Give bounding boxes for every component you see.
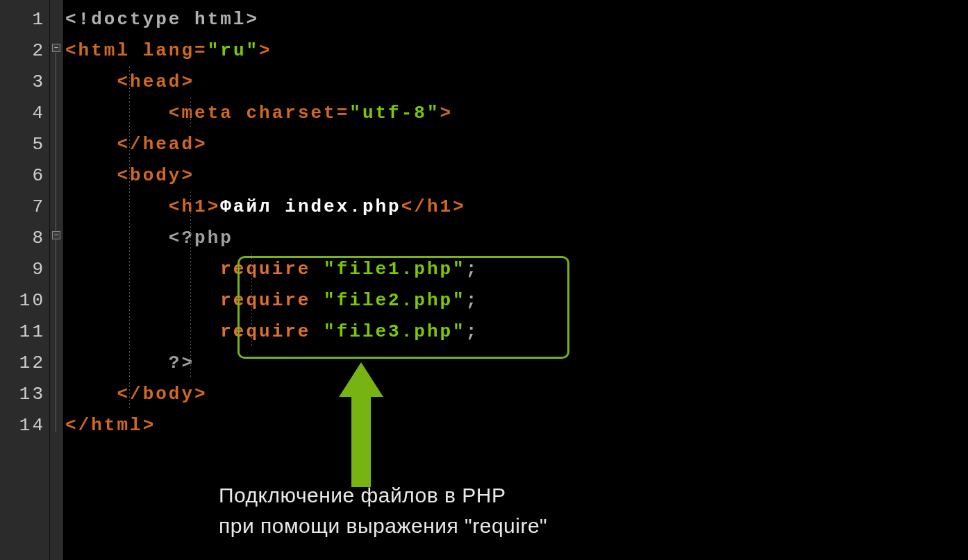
code-area[interactable]: <!doctype html> <html lang="ru"> <head> … [62,0,968,560]
code-line: <!doctype html> [65,4,968,35]
code-line: <h1>Файл index.php</h1> [65,192,968,223]
line-number: 4 [0,98,49,129]
code-line: <meta charset="utf-8"> [65,98,968,129]
line-number: 2 [0,35,49,67]
line-number: 7 [0,192,49,223]
caption-line: при помощи выражения "require" [219,511,547,541]
fold-column: − − [50,0,62,560]
code-line: <head> [65,67,968,98]
code-line: require "file3.php"; [65,316,968,348]
line-number: 5 [0,129,49,160]
caption-line: Подключение файлов в PHP [219,480,547,511]
line-number: 8 [0,223,49,254]
line-number: 14 [0,410,49,441]
line-number-gutter: 1 2 3 4 5 6 7 8 9 10 11 12 13 14 [0,0,50,560]
code-line: <html lang="ru"> [65,35,968,67]
line-number: 9 [0,254,49,285]
code-line: require "file2.php"; [65,285,968,316]
code-line: require "file1.php"; [65,254,968,285]
fold-toggle-icon[interactable]: − [52,231,60,239]
line-number: 6 [0,160,49,192]
line-number: 12 [0,348,49,379]
code-line: <?php [65,223,968,254]
code-line: </head> [65,129,968,160]
doctype-token: <!doctype html> [65,9,259,30]
code-editor: 1 2 3 4 5 6 7 8 9 10 11 12 13 14 − − <!d… [0,0,968,560]
annotation-caption: Подключение файлов в PHP при помощи выра… [219,480,547,541]
line-number: 11 [0,316,49,348]
code-line: <body> [65,160,968,192]
code-line: </html> [65,410,968,441]
line-number: 1 [0,4,49,35]
code-line: </body> [65,379,968,410]
line-number: 3 [0,67,49,98]
fold-toggle-icon[interactable]: − [52,44,60,52]
line-number: 10 [0,285,49,316]
code-line: ?> [65,348,968,379]
line-number: 13 [0,379,49,410]
